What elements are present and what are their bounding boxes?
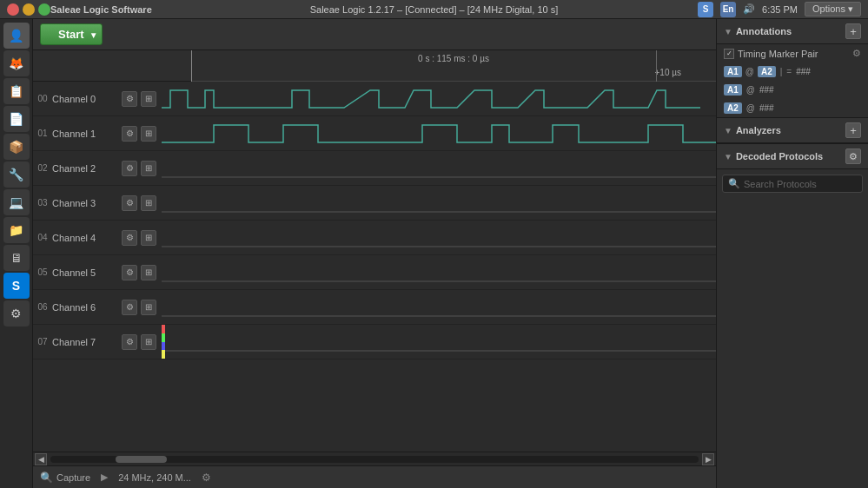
channel-add-button[interactable]: ⊞ bbox=[141, 265, 156, 280]
decoded-toggle[interactable]: ▼ bbox=[724, 152, 732, 162]
channel-signal bbox=[162, 151, 716, 185]
analyzers-title: Analyzers bbox=[736, 125, 845, 135]
channel-add-button[interactable]: ⊞ bbox=[141, 334, 156, 350]
analyzers-toggle[interactable]: ▼ bbox=[724, 126, 732, 135]
search-icon: 🔍 bbox=[728, 178, 740, 189]
waveform-svg bbox=[162, 151, 716, 185]
clock: 6:35 PM bbox=[762, 4, 798, 15]
app-icon-terminal[interactable]: 💻 bbox=[3, 189, 30, 215]
channel-signal bbox=[162, 82, 716, 115]
channel-gear-button[interactable]: ⚙ bbox=[122, 334, 137, 350]
channel-add-button[interactable]: ⊞ bbox=[141, 230, 156, 246]
channel-name: Channel 5 bbox=[52, 267, 122, 278]
list-item: ✓ Timing Marker Pair ⚙ bbox=[717, 44, 868, 63]
app-icon-package[interactable]: 📦 bbox=[3, 134, 30, 160]
scroll-right-button[interactable]: ▶ bbox=[702, 453, 714, 465]
channel-controls: ⚙ ⊞ bbox=[122, 195, 162, 211]
decoded-protocols-section: ▼ Decoded Protocols ⚙ 🔍 bbox=[717, 144, 868, 488]
annotation-checkbox[interactable]: ✓ bbox=[724, 49, 734, 59]
marker-a1-label: A1 bbox=[724, 84, 742, 96]
channel-signal bbox=[162, 221, 716, 254]
start-dropdown-arrow: ▼ bbox=[89, 30, 98, 39]
app-icon-tools[interactable]: 🔧 bbox=[3, 162, 30, 188]
search-input[interactable] bbox=[744, 179, 864, 189]
channel-gear-button[interactable]: ⚙ bbox=[122, 265, 137, 280]
decoded-protocols-gear-button[interactable]: ⚙ bbox=[845, 148, 861, 164]
channel-name: Channel 7 bbox=[52, 337, 122, 347]
channel-controls: ⚙ ⊞ bbox=[122, 126, 162, 142]
waveform-svg bbox=[162, 325, 716, 359]
channel-add-button[interactable]: ⊞ bbox=[141, 126, 156, 142]
app-title: Saleae Logic Software bbox=[50, 4, 152, 15]
analyzers-add-button[interactable]: + bbox=[845, 122, 861, 138]
annotations-add-button[interactable]: + bbox=[845, 23, 861, 39]
statusbar: 🔍 Capture ▶ 24 MHz, 240 M... ⚙ bbox=[33, 465, 716, 488]
channel-number: 03 bbox=[33, 198, 52, 208]
close-button[interactable] bbox=[7, 3, 19, 16]
channel-name: Channel 4 bbox=[52, 233, 122, 243]
channel-gear-button[interactable]: ⚙ bbox=[122, 300, 137, 315]
channel-signal bbox=[162, 290, 716, 324]
center-time-label: 0 s : 115 ms : 0 µs bbox=[418, 54, 489, 63]
status-arrow: ▶ bbox=[101, 472, 108, 483]
scroll-left-button[interactable]: ◀ bbox=[35, 453, 47, 465]
scrollbar-track[interactable] bbox=[50, 456, 699, 463]
capture-label: Capture bbox=[56, 472, 90, 483]
app-icon-filezilla[interactable]: 📁 bbox=[3, 217, 30, 243]
empty-area bbox=[33, 359, 716, 452]
app-icon-firefox[interactable]: 🦊 bbox=[3, 50, 30, 76]
channel-controls: ⚙ ⊞ bbox=[122, 230, 162, 246]
channel-add-button[interactable]: ⊞ bbox=[141, 91, 156, 107]
app-icon-document[interactable]: 📄 bbox=[3, 106, 30, 132]
table-row: 00 Channel 0 ⚙ ⊞ bbox=[33, 82, 716, 116]
channel-number: 05 bbox=[33, 267, 52, 277]
channel-name: Channel 3 bbox=[52, 198, 122, 208]
table-row: 04 Channel 4 ⚙ ⊞ bbox=[33, 221, 716, 255]
timeline-ruler: 0 s : 115 ms : 0 µs +10 µs bbox=[191, 50, 716, 82]
waveform-svg bbox=[162, 290, 716, 324]
status-gear-button[interactable]: ⚙ bbox=[202, 472, 211, 484]
timing-marker-a1-row: A1 @ ### bbox=[717, 81, 868, 99]
marker-sep1: @ bbox=[745, 67, 754, 76]
waveform-svg bbox=[162, 255, 716, 289]
options-button[interactable]: Options ▾ bbox=[805, 2, 861, 16]
window-title: Saleae Logic 1.2.17 – [Connected] – [24 … bbox=[310, 4, 559, 15]
capture-icon: 🔍 bbox=[40, 472, 53, 484]
app-icon-clipboard[interactable]: 📋 bbox=[3, 78, 30, 104]
start-button[interactable]: Start ▼ bbox=[40, 23, 103, 45]
scrollbar-thumb[interactable] bbox=[116, 456, 168, 463]
channel-add-button[interactable]: ⊞ bbox=[141, 195, 156, 211]
app-icon-display[interactable]: 🖥 bbox=[3, 245, 30, 271]
timing-marker-row: A1 @ A2 | = ### bbox=[717, 63, 868, 81]
marker-a1-value: ### bbox=[759, 85, 774, 95]
minimize-button[interactable] bbox=[23, 3, 35, 16]
table-row: 02 Channel 2 ⚙ ⊞ bbox=[33, 151, 716, 186]
start-label: Start bbox=[58, 28, 84, 41]
channel-signal bbox=[162, 255, 716, 289]
channel-gear-button[interactable]: ⚙ bbox=[122, 195, 137, 211]
maximize-button[interactable] bbox=[38, 3, 50, 16]
channel-gear-button[interactable]: ⚙ bbox=[122, 161, 137, 176]
titlebar: Saleae Logic Software Saleae Logic 1.2.1… bbox=[0, 0, 868, 19]
channel-gear-button[interactable]: ⚙ bbox=[122, 91, 137, 107]
channel-number: 04 bbox=[33, 233, 52, 242]
channel-add-button[interactable]: ⊞ bbox=[141, 300, 156, 315]
titlebar-right: S En 🔊 6:35 PM Options ▾ bbox=[698, 2, 861, 17]
channel-add-button[interactable]: ⊞ bbox=[141, 161, 156, 176]
saleae-tray-icon: S bbox=[698, 2, 713, 17]
app-icon-user[interactable]: 👤 bbox=[3, 23, 30, 49]
app-icon-settings[interactable]: ⚙ bbox=[3, 300, 30, 326]
channel-number: 06 bbox=[33, 302, 52, 312]
annotation-label: Timing Marker Pair bbox=[738, 49, 849, 59]
marker-result: ### bbox=[796, 67, 811, 76]
channel-gear-button[interactable]: ⚙ bbox=[122, 230, 137, 246]
table-row: 06 Channel 6 ⚙ ⊞ bbox=[33, 290, 716, 325]
waveform-svg bbox=[162, 116, 716, 150]
toolbar: Start ▼ bbox=[33, 19, 716, 50]
annotation-gear-button[interactable]: ⚙ bbox=[852, 48, 861, 59]
table-row: 05 Channel 5 ⚙ ⊞ bbox=[33, 255, 716, 290]
annotations-toggle[interactable]: ▼ bbox=[724, 27, 732, 36]
app-icon-skype[interactable]: S bbox=[3, 273, 30, 299]
timing-marker-a2-row: A2 @ ### bbox=[717, 99, 868, 117]
channel-gear-button[interactable]: ⚙ bbox=[122, 126, 137, 142]
